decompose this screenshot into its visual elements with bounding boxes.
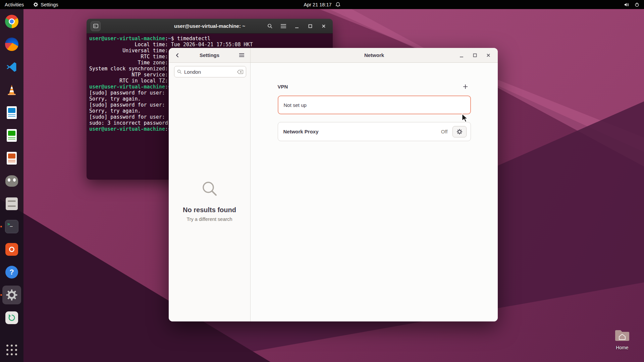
power-icon — [635, 2, 639, 7]
vlc-icon — [5, 83, 18, 96]
app-menu-label: Settings — [41, 2, 58, 7]
no-results-title: No results found — [169, 206, 250, 214]
clear-search-icon[interactable] — [237, 70, 243, 74]
dock-item-settings[interactable] — [2, 286, 21, 304]
settings-window: Settings Network — [169, 48, 498, 321]
app-grid-icon — [6, 345, 17, 355]
running-indicator-dot — [0, 226, 2, 228]
chrome-icon — [5, 15, 18, 28]
dock-item-libreoffice-writer[interactable] — [2, 103, 21, 122]
vpn-status-text: Not set up — [284, 102, 307, 108]
dock-item-help[interactable]: ? — [2, 263, 21, 282]
network-panel: VPN Not set up Network Proxy Off — [251, 63, 498, 321]
firefox-icon — [5, 38, 18, 51]
dock-item-vscode[interactable] — [2, 58, 21, 76]
show-applications-button[interactable] — [2, 341, 21, 359]
search-icon — [267, 23, 273, 29]
search-input[interactable] — [184, 69, 235, 75]
volume-icon — [624, 2, 629, 7]
settings-search-entry[interactable] — [174, 66, 246, 77]
proxy-status-text: Off — [441, 129, 448, 134]
dock-item-software-updater[interactable] — [2, 308, 21, 327]
terminal-menu-button[interactable] — [278, 21, 288, 31]
maximize-icon — [308, 24, 313, 28]
vpn-not-setup-row[interactable]: Not set up — [278, 96, 471, 114]
add-vpn-button[interactable] — [460, 81, 471, 92]
settings-sidebar: No results found Try a different search — [169, 63, 251, 321]
libreoffice-calc-icon — [7, 129, 17, 142]
minimize-icon — [294, 24, 299, 28]
dock-item-gimp[interactable] — [2, 172, 21, 190]
vscode-icon — [5, 61, 18, 73]
proxy-settings-button[interactable] — [452, 126, 467, 137]
plus-icon — [463, 84, 468, 89]
activities-button[interactable]: Activities — [0, 0, 29, 9]
network-header: Network — [251, 48, 498, 63]
primary-menu-button[interactable] — [236, 50, 247, 61]
new-tab-icon — [93, 24, 98, 28]
chevron-left-icon — [175, 53, 180, 58]
libreoffice-impress-icon — [7, 152, 17, 165]
gimp-icon — [5, 175, 18, 187]
terminal-search-button[interactable] — [265, 21, 275, 31]
terminal-line: user@user-virtual-machine:~$ timedatectl — [89, 36, 330, 42]
back-button[interactable] — [172, 50, 183, 61]
clock-label: Apr 21 18:17 — [304, 2, 331, 7]
minimize-icon — [459, 53, 464, 58]
files-icon — [6, 197, 18, 210]
terminal-minimize-button[interactable] — [292, 21, 302, 31]
hamburger-menu-icon — [281, 24, 286, 28]
hamburger-menu-icon — [239, 53, 244, 57]
running-indicator-dot — [0, 294, 2, 296]
top-bar: Activities Settings Apr 21 18:17 — [0, 0, 644, 9]
terminal-close-button[interactable] — [319, 21, 329, 31]
window-minimize-button[interactable] — [456, 50, 467, 61]
dock: >_ ? — [0, 9, 23, 362]
home-folder-desktop-icon[interactable]: Home — [611, 328, 633, 350]
dock-item-chrome[interactable] — [2, 12, 21, 31]
no-results-subtitle: Try a different search — [169, 217, 250, 222]
system-status-area[interactable] — [624, 0, 644, 9]
libreoffice-writer-icon — [7, 106, 17, 119]
dock-item-vlc[interactable] — [2, 80, 21, 99]
clock-menu[interactable]: Apr 21 18:17 — [304, 0, 340, 9]
dock-item-terminal[interactable]: >_ — [2, 217, 21, 236]
notification-bell-icon — [336, 2, 340, 7]
activities-label: Activities — [5, 2, 24, 7]
dock-item-firefox[interactable] — [2, 35, 21, 54]
dock-item-libreoffice-calc[interactable] — [2, 126, 21, 145]
close-icon — [486, 53, 491, 58]
terminal-headerbar[interactable]: user@user-virtual-machine: ~ — [87, 19, 333, 34]
dock-item-ubuntu-software[interactable] — [2, 240, 21, 259]
window-maximize-button[interactable] — [470, 50, 480, 61]
large-search-icon — [201, 180, 218, 197]
terminal-new-tab-button[interactable] — [91, 21, 101, 31]
terminal-maximize-button[interactable] — [305, 21, 315, 31]
home-folder-label: Home — [611, 345, 633, 350]
search-icon — [177, 69, 182, 74]
settings-headerbar[interactable]: Settings Network — [169, 48, 498, 63]
gear-icon — [457, 129, 463, 135]
ubuntu-software-icon — [5, 243, 18, 256]
app-menu-button[interactable]: Settings — [29, 0, 63, 9]
terminal-line: Local time: Tue 2026-04-21 17:55:08 HKT — [89, 42, 330, 48]
software-updater-icon — [5, 311, 18, 324]
gear-icon — [33, 2, 38, 7]
terminal-icon: >_ — [5, 220, 18, 233]
vpn-section-label: VPN — [278, 84, 288, 89]
search-empty-state: No results found Try a different search — [169, 180, 250, 222]
dock-item-files[interactable] — [2, 194, 21, 213]
network-proxy-row[interactable]: Network Proxy Off — [278, 122, 471, 141]
settings-gear-icon — [6, 289, 18, 301]
network-proxy-label: Network Proxy — [283, 129, 319, 134]
help-icon: ? — [5, 266, 18, 279]
maximize-icon — [473, 53, 477, 58]
home-folder-icon — [614, 328, 630, 342]
close-icon — [321, 24, 326, 28]
window-close-button[interactable] — [483, 50, 494, 61]
dock-item-libreoffice-impress[interactable] — [2, 149, 21, 168]
settings-sidebar-header: Settings — [169, 48, 251, 63]
